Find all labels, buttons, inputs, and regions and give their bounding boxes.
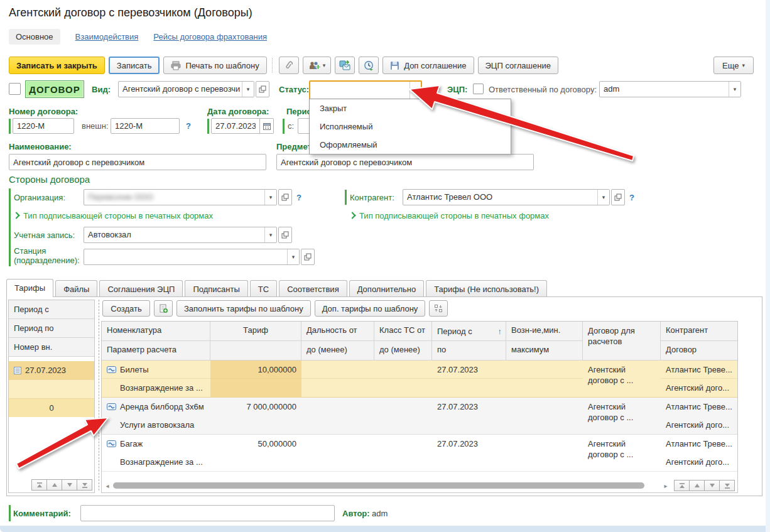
column-header[interactable]: Тариф [210,322,301,341]
station-combobox[interactable]: ▾ [84,249,300,265]
tab-ecp-agreements[interactable]: Соглашения ЭЦП [99,280,183,297]
counterparty-help[interactable]: ? [629,193,634,202]
extra-tariffs-template-button[interactable]: Доп. тарифы по шаблону [315,300,426,317]
counterparty-open-button[interactable] [611,189,625,205]
go-down-icon[interactable] [62,479,77,491]
tab-files[interactable]: Файлы [55,280,97,297]
status-help[interactable]: ? [435,85,440,94]
copy-row-button[interactable] [154,300,173,317]
save-and-close-button[interactable]: Записать и закрыть [9,57,105,74]
counterparty-combobox[interactable]: Атлантис Тревел ООО ▾ [403,189,610,205]
number-input[interactable] [13,118,74,134]
left-header-period-from[interactable]: Период с [9,300,94,319]
tab-additional[interactable]: Дополнительно [349,280,425,297]
table-row[interactable]: Аренда билборд 3х6м Услуги автовокзала 7… [102,398,737,435]
column-header-period[interactable]: Период с ↑ [432,322,506,341]
account-combobox[interactable]: Автовокзал ▾ [84,227,277,243]
reorder-button[interactable] [429,300,448,317]
history-button[interactable] [359,57,379,74]
tab-signers[interactable]: Подписанты [185,280,247,297]
table-row[interactable]: Багаж Вознаграждение за ... 50,000000 27… [102,435,737,472]
left-record-period-from[interactable]: 27.07.2023 [9,361,94,380]
extra-agreement-button[interactable]: Доп соглашение [382,57,474,74]
chevron-down-icon[interactable]: ▾ [409,82,421,99]
chevron-down-icon[interactable]: ▾ [597,190,609,205]
chevron-down-icon[interactable]: ▾ [264,190,276,205]
left-record-period-to[interactable] [9,380,94,399]
chevron-down-icon[interactable]: ▾ [287,249,299,264]
number-help[interactable]: ? [186,121,191,131]
chevron-down-icon[interactable]: ▾ [729,82,740,97]
column-header[interactable]: Контрагент [661,322,737,341]
column-header[interactable]: Договор [661,341,737,361]
subject-input[interactable] [276,154,534,170]
print-template-button[interactable]: Печать по шаблону [163,57,266,74]
go-first-icon[interactable] [674,480,690,491]
table-row[interactable]: Билеты Вознаграждение за ... 10,000000 2… [102,361,737,398]
tab-tariffs-deprecated[interactable]: Тарифы (Не использовать!) [426,280,547,297]
create-row-button[interactable]: Создать [102,300,150,317]
organization-open-button[interactable] [278,189,292,205]
column-header[interactable]: Возн-ие,мин. [506,322,583,341]
go-up-icon[interactable] [46,479,62,491]
kind-open-button[interactable] [256,81,269,97]
scroll-right-icon[interactable]: ▸ [661,482,670,489]
horizontal-scrollbar[interactable]: ◂ ▸ [103,481,735,490]
attach-file-button[interactable] [279,57,299,74]
tab-correspondences[interactable]: Соответствия [279,280,347,297]
save-button[interactable]: Записать [109,57,160,74]
chevron-down-icon[interactable]: ▾ [264,227,276,242]
column-header[interactable]: Номенклатура [102,322,210,341]
scrollbar-thumb[interactable] [113,482,644,489]
org-sign-type-link[interactable]: Тип подписывающей стороны в печатных фор… [14,211,213,220]
column-header[interactable]: до (менее) [301,341,374,361]
calendar-icon[interactable] [260,118,274,134]
left-record-number[interactable]: 0 [9,399,94,417]
column-header[interactable]: Дальность от [301,322,374,341]
go-first-icon[interactable] [31,479,47,491]
name-input[interactable] [9,154,266,170]
organization-help[interactable]: ? [296,193,301,202]
splitter[interactable] [99,300,99,491]
kind-combobox[interactable]: Агентский договор с перевозчи ▾ [118,81,254,97]
tab-main[interactable]: Основное [9,29,60,45]
column-header[interactable]: Договор для расчетов [583,322,661,361]
status-option-drafting[interactable]: Оформляемый [310,136,511,154]
date-field[interactable] [211,118,274,134]
status-option-executing[interactable]: Исполняемый [310,117,511,136]
ecp-agreement-button[interactable]: ЭЦП соглашение [478,57,558,74]
header-checkbox[interactable] [9,83,21,95]
add-participants-button[interactable]: ▾ [303,57,332,74]
status-option-closed[interactable]: Закрыт [310,99,511,117]
responsible-combobox[interactable]: adm ▾ [599,81,741,97]
column-header[interactable]: по [432,341,506,361]
go-last-icon[interactable] [77,479,92,491]
column-header[interactable]: максимум [506,341,583,361]
status-combobox[interactable]: ▾ [309,80,422,100]
tab-tariffs[interactable]: Тарифы [6,279,53,297]
tab-ts[interactable]: ТС [250,280,277,297]
column-header[interactable]: Параметр расчета [102,341,210,361]
tab-interactions[interactable]: Взаимодействия [75,32,139,41]
external-number-input[interactable] [111,118,180,134]
left-header-period-to[interactable]: Период по [9,319,94,338]
counterparty-sign-type-link[interactable]: Тип подписывающей стороны в печатных фор… [350,211,549,220]
go-up-icon[interactable] [689,480,705,491]
chevron-down-icon[interactable]: ▾ [242,82,254,97]
send-email-button[interactable] [335,57,355,74]
column-header[interactable]: до (менее) [374,341,432,361]
go-last-icon[interactable] [719,480,735,491]
tab-charter-trips[interactable]: Рейсы договора фрахтования [153,32,267,41]
column-header[interactable]: Класс ТС от [374,322,432,341]
comment-input[interactable] [80,505,335,521]
go-down-icon[interactable] [704,480,720,491]
scroll-left-icon[interactable]: ◂ [103,482,112,489]
station-open-button[interactable] [301,249,315,265]
account-open-button[interactable] [278,227,292,243]
date-input[interactable] [211,118,260,134]
column-header[interactable] [210,341,301,361]
left-header-number[interactable]: Номер вн. [9,338,94,357]
fill-tariffs-template-button[interactable]: Заполнить тарифы по шаблону [176,300,311,317]
ecp-checkbox[interactable] [473,84,484,94]
more-button[interactable]: Еще▾ [713,57,754,74]
